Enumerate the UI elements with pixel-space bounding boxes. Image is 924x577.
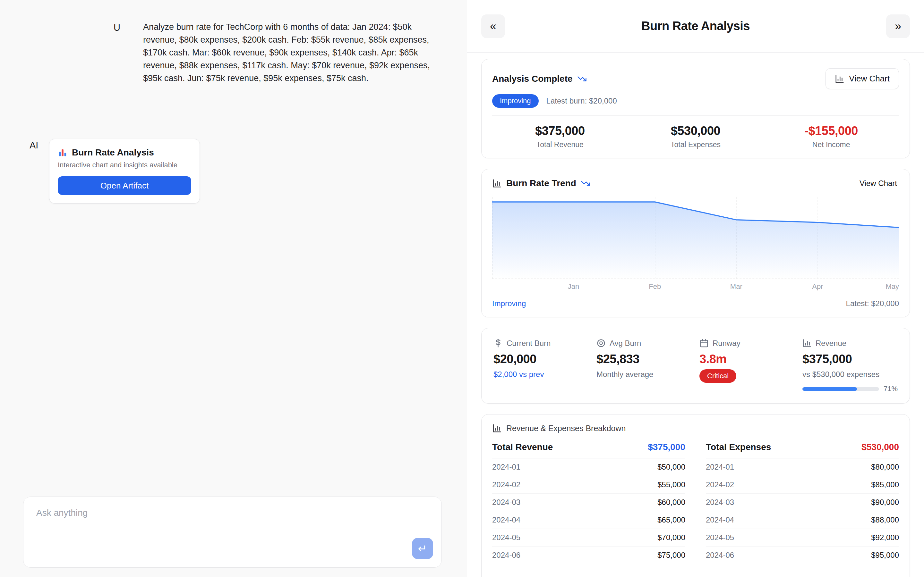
table-row: 2024-02$55,000 xyxy=(492,476,685,494)
current-burn-metric: Current Burn $20,000 $2,000 vs prev xyxy=(493,338,589,393)
burn-trend-chart-svg xyxy=(492,197,899,279)
view-chart-button[interactable]: View Chart xyxy=(825,68,899,89)
trending-down-icon xyxy=(577,74,587,84)
artifact-content: Analysis Complete View Chart Improving xyxy=(467,53,924,577)
metric-label: Current Burn xyxy=(507,339,551,348)
view-chart-label: View Chart xyxy=(849,74,890,84)
trend-title: Burn Rate Trend xyxy=(506,178,576,189)
trend-latest-text: Latest: $20,000 xyxy=(846,299,899,308)
status-badge: Improving xyxy=(492,94,539,108)
user-avatar: U xyxy=(113,23,120,33)
chevrons-right-icon: » xyxy=(895,19,901,33)
revenue-metric: Revenue $375,000 vs $530,000 expenses 71… xyxy=(803,338,898,393)
artifact-card-subtitle: Interactive chart and insights available xyxy=(58,161,191,169)
progress-label: 71% xyxy=(884,385,898,393)
table-row: 2024-03$90,000 xyxy=(706,494,899,511)
x-tick-label: Feb xyxy=(649,282,661,291)
metric-label: Revenue xyxy=(816,339,846,348)
target-icon xyxy=(596,338,606,348)
chevrons-left-icon: « xyxy=(490,19,496,33)
bar-chart-icon xyxy=(803,338,812,348)
table-row: 2024-02$85,000 xyxy=(706,476,899,494)
calendar-icon xyxy=(699,338,709,348)
artifact-panel: « Burn Rate Analysis » Analysis Complete xyxy=(467,0,924,577)
x-tick-label: Mar xyxy=(730,282,742,291)
stat-value: $375,000 xyxy=(492,124,628,138)
x-tick-label: May xyxy=(885,282,899,291)
latest-burn-text: Latest burn: $20,000 xyxy=(546,97,617,105)
runway-metric: Runway 3.8m Critical xyxy=(699,338,795,393)
stat-value: -$155,000 xyxy=(763,124,899,138)
metric-value: $375,000 xyxy=(803,352,898,366)
metric-label: Avg Burn xyxy=(610,339,641,348)
chat-panel: U Analyze burn rate for TechCorp with 6 … xyxy=(0,0,467,577)
x-tick-label: Jan xyxy=(568,282,579,291)
analysis-summary-card: Analysis Complete View Chart Improving xyxy=(481,59,910,158)
breakdown-title: Revenue & Expenses Breakdown xyxy=(506,424,626,433)
open-artifact-button[interactable]: Open Artifact xyxy=(58,176,191,195)
user-message: Analyze burn rate for TechCorp with 6 mo… xyxy=(143,21,432,85)
divider xyxy=(492,115,899,116)
artifact-preview-card: Burn Rate Analysis Interactive chart and… xyxy=(49,139,200,203)
send-button[interactable]: ↵ xyxy=(412,538,433,559)
artifact-header: « Burn Rate Analysis » xyxy=(467,0,924,53)
metric-value: 3.8m xyxy=(699,352,795,366)
trend-status-text: Improving xyxy=(492,299,526,308)
metric-sub: Monthly average xyxy=(596,370,692,379)
metric-label: Runway xyxy=(712,339,740,348)
table-row: 2024-01$80,000 xyxy=(706,458,899,476)
bar-chart-icon xyxy=(835,74,845,84)
stat-label: Total Revenue xyxy=(492,140,628,149)
enter-icon: ↵ xyxy=(418,542,427,555)
burn-rate-trend-card: Burn Rate Trend View Chart xyxy=(481,169,910,318)
avg-burn-metric: Avg Burn $25,833 Monthly average xyxy=(596,338,692,393)
burn-trend-chart xyxy=(492,197,899,279)
column-header: Total Expenses xyxy=(706,442,771,452)
summary-title: Analysis Complete xyxy=(492,74,573,84)
expand-panel-button[interactable]: » xyxy=(886,15,910,38)
metric-value: $25,833 xyxy=(596,352,692,366)
bar-chart-icon xyxy=(58,148,67,157)
stat-label: Net Income xyxy=(763,140,899,149)
stat-label: Total Expenses xyxy=(628,140,764,149)
artifact-title: Burn Rate Analysis xyxy=(505,19,886,33)
table-row: 2024-04$65,000 xyxy=(492,511,685,529)
dollar-icon xyxy=(493,338,503,348)
expenses-column: Total Expenses $530,000 2024-01$80,000 2… xyxy=(706,442,899,564)
net-income-stat: -$155,000 Net Income xyxy=(763,124,899,149)
revenue-total: $375,000 xyxy=(648,442,685,452)
artifact-card-title: Burn Rate Analysis xyxy=(72,147,154,158)
progress-fill xyxy=(803,387,857,391)
table-row: 2024-03$60,000 xyxy=(492,494,685,511)
column-header: Total Revenue xyxy=(492,442,553,452)
revenue-progress-bar xyxy=(803,387,879,391)
metric-sub: vs $530,000 expenses xyxy=(803,370,898,379)
x-axis-labels: Jan Feb Mar Apr May xyxy=(492,282,899,294)
view-chart-link[interactable]: View Chart xyxy=(858,179,899,188)
total-expenses-stat: $530,000 Total Expenses xyxy=(628,124,764,149)
metrics-card: Current Burn $20,000 $2,000 vs prev Avg … xyxy=(481,328,910,404)
chat-composer: ↵ xyxy=(23,496,442,568)
table-row: 2024-05$70,000 xyxy=(492,529,685,546)
table-row: 2024-06$95,000 xyxy=(706,546,899,564)
trending-down-icon xyxy=(581,179,590,188)
metric-value: $20,000 xyxy=(493,352,589,366)
table-row: 2024-05$92,000 xyxy=(706,529,899,546)
table-row: 2024-06$75,000 xyxy=(492,546,685,564)
metric-sub: $2,000 vs prev xyxy=(493,370,589,379)
table-row: 2024-01$50,000 xyxy=(492,458,685,476)
assistant-avatar: AI xyxy=(29,140,38,151)
stat-value: $530,000 xyxy=(628,124,764,138)
bar-chart-icon xyxy=(492,179,502,188)
revenue-column: Total Revenue $375,000 2024-01$50,000 20… xyxy=(492,442,685,564)
collapse-panel-button[interactable]: « xyxy=(481,15,505,38)
critical-badge: Critical xyxy=(699,369,736,383)
x-tick-label: Apr xyxy=(812,282,823,291)
table-row: 2024-04$88,000 xyxy=(706,511,899,529)
expenses-total: $530,000 xyxy=(861,442,899,452)
app-root: U Analyze burn rate for TechCorp with 6 … xyxy=(0,0,924,577)
bar-chart-icon xyxy=(492,424,502,433)
breakdown-card: Revenue & Expenses Breakdown Total Reven… xyxy=(481,414,910,577)
chat-input[interactable] xyxy=(23,497,441,567)
total-revenue-stat: $375,000 Total Revenue xyxy=(492,124,628,149)
